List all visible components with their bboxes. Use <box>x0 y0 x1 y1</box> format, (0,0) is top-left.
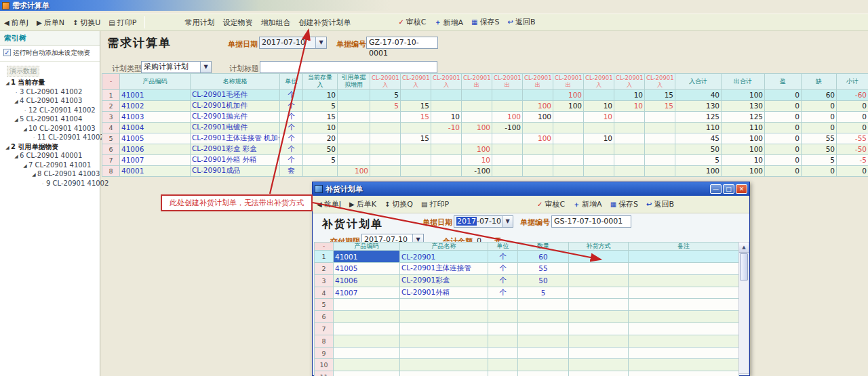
cell[interactable]: 0 <box>837 122 868 133</box>
cell[interactable] <box>338 111 370 122</box>
column-header[interactable]: 小计 <box>837 74 868 90</box>
column-header[interactable]: 补货方式 <box>569 243 629 251</box>
cell[interactable]: 个 <box>280 100 303 111</box>
column-header[interactable]: CL-20901入 <box>401 74 431 90</box>
cell[interactable] <box>629 359 739 371</box>
cell[interactable] <box>518 299 569 311</box>
cell[interactable] <box>338 100 370 111</box>
cell[interactable] <box>370 144 401 154</box>
cell[interactable]: 0 <box>765 122 802 133</box>
menu-item[interactable]: 常用计划 <box>181 16 218 29</box>
cell[interactable]: 10 <box>462 154 492 165</box>
cell[interactable]: CL-20901外箱 外箱 <box>191 154 280 165</box>
column-header[interactable]: 产品名称 <box>400 243 488 251</box>
cell[interactable] <box>645 144 675 154</box>
scroll-up-icon[interactable]: ▲ <box>739 243 749 253</box>
column-header[interactable]: CL-20901出 <box>492 74 523 90</box>
cell[interactable] <box>518 371 569 376</box>
expand-icon[interactable]: ◢ <box>13 98 20 107</box>
cell[interactable]: 100 <box>462 144 492 154</box>
cell[interactable] <box>569 274 629 287</box>
column-header[interactable]: CL-20901入 <box>370 74 401 90</box>
cell[interactable] <box>492 144 523 154</box>
cell[interactable] <box>370 165 401 176</box>
column-header[interactable]: 引用单据拟增用 <box>338 74 370 90</box>
cell[interactable]: 110 <box>722 122 765 133</box>
cell[interactable] <box>303 165 338 176</box>
cell[interactable]: 100 <box>722 89 765 100</box>
expand-icon[interactable]: ◢ <box>22 125 28 135</box>
cell[interactable]: -50 <box>837 144 868 154</box>
table-row[interactable]: 10 <box>315 359 739 371</box>
cell[interactable] <box>492 133 523 144</box>
minimize-button[interactable]: — <box>710 184 722 194</box>
cell[interactable] <box>614 122 645 133</box>
table-row[interactable]: 341006CL-20901彩盒个50 <box>315 274 739 287</box>
cell[interactable] <box>488 323 518 335</box>
audit-button[interactable]: ✓审核C <box>395 16 429 28</box>
tree-node[interactable]: ◢2 引用单据物资 <box>0 142 100 152</box>
table-row[interactable]: 641006CL-20901彩盒 彩盒个5010050100050-50 <box>102 144 868 154</box>
cell[interactable] <box>400 359 488 371</box>
menu-item[interactable]: 增加组合 <box>257 16 294 29</box>
cell[interactable] <box>334 323 400 335</box>
cell[interactable]: 100 <box>553 100 584 111</box>
table-row[interactable]: 141001CL-20901毛坯件个105100101540100060-60 <box>102 89 868 100</box>
cell[interactable]: 5 <box>303 100 338 111</box>
cell[interactable]: 100 <box>492 111 523 122</box>
cell[interactable] <box>488 347 518 359</box>
cell[interactable] <box>629 299 739 311</box>
column-header[interactable]: 产品编码 <box>120 74 191 90</box>
column-header[interactable]: 入合计 <box>675 74 722 90</box>
date-input[interactable]: 2017-07-10 ▼ <box>259 37 327 49</box>
cell[interactable]: 10 <box>431 111 462 122</box>
cell[interactable] <box>518 347 569 359</box>
table-row[interactable]: 741007CL-20901外箱 外箱个51051005-5 <box>102 154 868 165</box>
cell[interactable]: 50 <box>518 274 569 287</box>
column-header[interactable]: - <box>102 74 120 90</box>
cell[interactable]: 个 <box>280 133 303 144</box>
cell[interactable]: 0 <box>802 111 837 122</box>
column-header[interactable]: 缺 <box>802 74 837 90</box>
cell[interactable]: 100 <box>523 111 553 122</box>
cell[interactable]: 10 <box>303 89 338 100</box>
cell[interactable]: 0 <box>837 111 868 122</box>
checkbox-icon[interactable]: ✓ <box>3 49 11 56</box>
tree-node[interactable]: ·9 CL-20901 41002 <box>0 179 100 188</box>
cell[interactable]: 41003 <box>120 111 191 122</box>
cell[interactable]: 个 <box>488 287 518 299</box>
cell[interactable]: 41007 <box>120 154 191 165</box>
cell[interactable]: 0 <box>765 100 802 111</box>
cell[interactable] <box>569 311 629 323</box>
column-header[interactable]: CL-20901出 <box>553 74 584 90</box>
column-header[interactable]: 数量 <box>518 243 569 251</box>
table-row[interactable]: 441004CL-20901电镀件个10-10100-100110110000 <box>102 122 868 133</box>
cell[interactable] <box>629 251 739 263</box>
cell[interactable] <box>523 154 553 165</box>
cell[interactable]: CL-20901电镀件 <box>191 122 280 133</box>
tree-node[interactable]: ◢6 CL-20901 40001 <box>0 151 100 161</box>
cell[interactable] <box>584 122 614 133</box>
cell[interactable]: 0 <box>802 122 837 133</box>
cell[interactable]: 100 <box>553 89 584 100</box>
cell[interactable]: 110 <box>675 122 722 133</box>
cell[interactable] <box>334 335 400 347</box>
cell[interactable] <box>462 111 492 122</box>
table-row[interactable]: 341003CL-20901抛光件个1515101001001012512500… <box>102 111 868 122</box>
cell[interactable] <box>629 263 739 275</box>
cell[interactable] <box>569 347 629 359</box>
back-button[interactable]: ↩返回B <box>643 198 677 211</box>
cell[interactable]: 5 <box>802 154 837 165</box>
column-header[interactable]: CL-20901入 <box>614 74 645 90</box>
tree-node[interactable]: ◢8 CL-20901 41003 <box>0 169 100 179</box>
cell[interactable]: 41001 <box>120 89 191 100</box>
column-header[interactable]: 当前存量入 <box>303 74 338 90</box>
scroll-thumb[interactable] <box>740 253 748 280</box>
cell[interactable] <box>569 263 629 275</box>
cell[interactable] <box>401 165 431 176</box>
doc-no-input[interactable]: GZ-17-07-10-0001 <box>366 37 438 49</box>
table-row[interactable]: 241005CL-20901主体连接管个55 <box>315 263 739 275</box>
cell[interactable] <box>338 133 370 144</box>
cell[interactable]: 41006 <box>120 144 191 154</box>
cell[interactable] <box>629 347 739 359</box>
